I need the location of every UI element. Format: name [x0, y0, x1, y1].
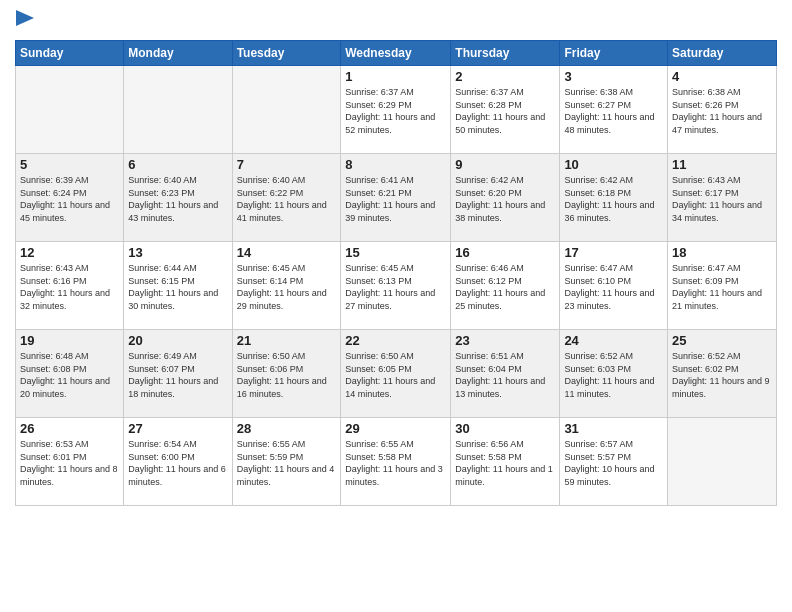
calendar-cell: 22Sunrise: 6:50 AM Sunset: 6:05 PM Dayli…: [341, 330, 451, 418]
calendar-week-row: 26Sunrise: 6:53 AM Sunset: 6:01 PM Dayli…: [16, 418, 777, 506]
day-number: 31: [564, 421, 663, 436]
day-number: 23: [455, 333, 555, 348]
day-info: Sunrise: 6:40 AM Sunset: 6:23 PM Dayligh…: [128, 174, 227, 224]
col-header-saturday: Saturday: [668, 41, 777, 66]
calendar-cell: 7Sunrise: 6:40 AM Sunset: 6:22 PM Daylig…: [232, 154, 341, 242]
calendar-cell: 19Sunrise: 6:48 AM Sunset: 6:08 PM Dayli…: [16, 330, 124, 418]
calendar-cell: 21Sunrise: 6:50 AM Sunset: 6:06 PM Dayli…: [232, 330, 341, 418]
calendar-week-row: 1Sunrise: 6:37 AM Sunset: 6:29 PM Daylig…: [16, 66, 777, 154]
calendar-cell: [124, 66, 232, 154]
day-number: 3: [564, 69, 663, 84]
day-number: 29: [345, 421, 446, 436]
calendar-cell: 10Sunrise: 6:42 AM Sunset: 6:18 PM Dayli…: [560, 154, 668, 242]
calendar-cell: 23Sunrise: 6:51 AM Sunset: 6:04 PM Dayli…: [451, 330, 560, 418]
page-container: SundayMondayTuesdayWednesdayThursdayFrid…: [0, 0, 792, 516]
calendar-cell: 28Sunrise: 6:55 AM Sunset: 5:59 PM Dayli…: [232, 418, 341, 506]
day-number: 16: [455, 245, 555, 260]
calendar-cell: 4Sunrise: 6:38 AM Sunset: 6:26 PM Daylig…: [668, 66, 777, 154]
calendar-cell: 8Sunrise: 6:41 AM Sunset: 6:21 PM Daylig…: [341, 154, 451, 242]
calendar-cell: 14Sunrise: 6:45 AM Sunset: 6:14 PM Dayli…: [232, 242, 341, 330]
day-info: Sunrise: 6:42 AM Sunset: 6:18 PM Dayligh…: [564, 174, 663, 224]
day-number: 11: [672, 157, 772, 172]
day-info: Sunrise: 6:46 AM Sunset: 6:12 PM Dayligh…: [455, 262, 555, 312]
calendar-header-row: SundayMondayTuesdayWednesdayThursdayFrid…: [16, 41, 777, 66]
col-header-friday: Friday: [560, 41, 668, 66]
day-number: 26: [20, 421, 119, 436]
day-info: Sunrise: 6:56 AM Sunset: 5:58 PM Dayligh…: [455, 438, 555, 488]
header: [15, 10, 777, 32]
calendar-cell: [232, 66, 341, 154]
day-info: Sunrise: 6:50 AM Sunset: 6:05 PM Dayligh…: [345, 350, 446, 400]
col-header-sunday: Sunday: [16, 41, 124, 66]
day-number: 1: [345, 69, 446, 84]
calendar-cell: 15Sunrise: 6:45 AM Sunset: 6:13 PM Dayli…: [341, 242, 451, 330]
calendar-cell: 16Sunrise: 6:46 AM Sunset: 6:12 PM Dayli…: [451, 242, 560, 330]
calendar-cell: 6Sunrise: 6:40 AM Sunset: 6:23 PM Daylig…: [124, 154, 232, 242]
calendar-cell: 17Sunrise: 6:47 AM Sunset: 6:10 PM Dayli…: [560, 242, 668, 330]
day-number: 14: [237, 245, 337, 260]
calendar-cell: 11Sunrise: 6:43 AM Sunset: 6:17 PM Dayli…: [668, 154, 777, 242]
day-number: 9: [455, 157, 555, 172]
calendar-cell: 31Sunrise: 6:57 AM Sunset: 5:57 PM Dayli…: [560, 418, 668, 506]
calendar-cell: 24Sunrise: 6:52 AM Sunset: 6:03 PM Dayli…: [560, 330, 668, 418]
calendar-cell: 25Sunrise: 6:52 AM Sunset: 6:02 PM Dayli…: [668, 330, 777, 418]
calendar-cell: 18Sunrise: 6:47 AM Sunset: 6:09 PM Dayli…: [668, 242, 777, 330]
calendar-cell: 3Sunrise: 6:38 AM Sunset: 6:27 PM Daylig…: [560, 66, 668, 154]
day-number: 15: [345, 245, 446, 260]
col-header-thursday: Thursday: [451, 41, 560, 66]
calendar-cell: 27Sunrise: 6:54 AM Sunset: 6:00 PM Dayli…: [124, 418, 232, 506]
svg-marker-0: [16, 10, 34, 26]
logo-icon: [16, 10, 34, 32]
calendar-cell: 20Sunrise: 6:49 AM Sunset: 6:07 PM Dayli…: [124, 330, 232, 418]
day-number: 5: [20, 157, 119, 172]
day-info: Sunrise: 6:51 AM Sunset: 6:04 PM Dayligh…: [455, 350, 555, 400]
calendar-week-row: 19Sunrise: 6:48 AM Sunset: 6:08 PM Dayli…: [16, 330, 777, 418]
day-number: 28: [237, 421, 337, 436]
day-info: Sunrise: 6:38 AM Sunset: 6:26 PM Dayligh…: [672, 86, 772, 136]
day-info: Sunrise: 6:43 AM Sunset: 6:17 PM Dayligh…: [672, 174, 772, 224]
day-info: Sunrise: 6:53 AM Sunset: 6:01 PM Dayligh…: [20, 438, 119, 488]
day-number: 13: [128, 245, 227, 260]
day-info: Sunrise: 6:55 AM Sunset: 5:58 PM Dayligh…: [345, 438, 446, 488]
calendar-week-row: 12Sunrise: 6:43 AM Sunset: 6:16 PM Dayli…: [16, 242, 777, 330]
day-info: Sunrise: 6:44 AM Sunset: 6:15 PM Dayligh…: [128, 262, 227, 312]
calendar-cell: 13Sunrise: 6:44 AM Sunset: 6:15 PM Dayli…: [124, 242, 232, 330]
day-number: 30: [455, 421, 555, 436]
col-header-monday: Monday: [124, 41, 232, 66]
col-header-tuesday: Tuesday: [232, 41, 341, 66]
day-info: Sunrise: 6:47 AM Sunset: 6:09 PM Dayligh…: [672, 262, 772, 312]
day-number: 25: [672, 333, 772, 348]
day-number: 21: [237, 333, 337, 348]
calendar-cell: [668, 418, 777, 506]
calendar-cell: 1Sunrise: 6:37 AM Sunset: 6:29 PM Daylig…: [341, 66, 451, 154]
day-info: Sunrise: 6:57 AM Sunset: 5:57 PM Dayligh…: [564, 438, 663, 488]
logo: [15, 10, 34, 32]
day-info: Sunrise: 6:52 AM Sunset: 6:03 PM Dayligh…: [564, 350, 663, 400]
calendar-cell: 12Sunrise: 6:43 AM Sunset: 6:16 PM Dayli…: [16, 242, 124, 330]
day-info: Sunrise: 6:37 AM Sunset: 6:29 PM Dayligh…: [345, 86, 446, 136]
day-number: 6: [128, 157, 227, 172]
day-number: 8: [345, 157, 446, 172]
day-info: Sunrise: 6:48 AM Sunset: 6:08 PM Dayligh…: [20, 350, 119, 400]
day-info: Sunrise: 6:42 AM Sunset: 6:20 PM Dayligh…: [455, 174, 555, 224]
day-number: 18: [672, 245, 772, 260]
day-info: Sunrise: 6:37 AM Sunset: 6:28 PM Dayligh…: [455, 86, 555, 136]
day-info: Sunrise: 6:50 AM Sunset: 6:06 PM Dayligh…: [237, 350, 337, 400]
day-info: Sunrise: 6:39 AM Sunset: 6:24 PM Dayligh…: [20, 174, 119, 224]
day-number: 27: [128, 421, 227, 436]
day-info: Sunrise: 6:52 AM Sunset: 6:02 PM Dayligh…: [672, 350, 772, 400]
day-number: 4: [672, 69, 772, 84]
day-info: Sunrise: 6:43 AM Sunset: 6:16 PM Dayligh…: [20, 262, 119, 312]
day-number: 24: [564, 333, 663, 348]
day-info: Sunrise: 6:38 AM Sunset: 6:27 PM Dayligh…: [564, 86, 663, 136]
day-number: 2: [455, 69, 555, 84]
col-header-wednesday: Wednesday: [341, 41, 451, 66]
day-info: Sunrise: 6:45 AM Sunset: 6:14 PM Dayligh…: [237, 262, 337, 312]
day-number: 19: [20, 333, 119, 348]
day-info: Sunrise: 6:54 AM Sunset: 6:00 PM Dayligh…: [128, 438, 227, 488]
calendar-week-row: 5Sunrise: 6:39 AM Sunset: 6:24 PM Daylig…: [16, 154, 777, 242]
day-number: 17: [564, 245, 663, 260]
day-info: Sunrise: 6:55 AM Sunset: 5:59 PM Dayligh…: [237, 438, 337, 488]
calendar-cell: 26Sunrise: 6:53 AM Sunset: 6:01 PM Dayli…: [16, 418, 124, 506]
day-info: Sunrise: 6:49 AM Sunset: 6:07 PM Dayligh…: [128, 350, 227, 400]
